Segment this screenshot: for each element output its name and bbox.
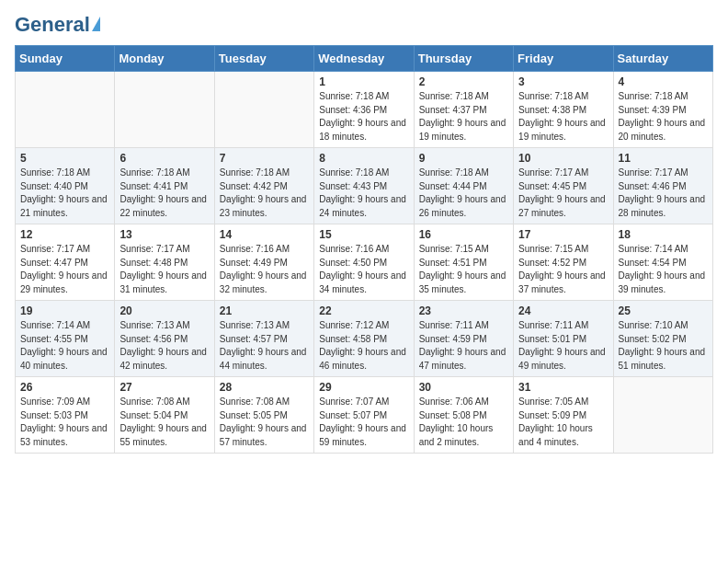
calendar-cell: 14Sunrise: 7:16 AMSunset: 4:49 PMDayligh…: [214, 224, 313, 301]
calendar-cell: 31Sunrise: 7:05 AMSunset: 5:09 PMDayligh…: [514, 377, 613, 454]
day-number: 10: [518, 152, 608, 165]
calendar-cell: 22Sunrise: 7:12 AMSunset: 4:58 PMDayligh…: [314, 301, 414, 377]
day-number: 29: [319, 381, 408, 394]
day-number: 14: [220, 228, 309, 241]
day-number: 27: [119, 381, 209, 394]
calendar-week-row: 5Sunrise: 7:18 AMSunset: 4:40 PMDaylight…: [16, 148, 713, 224]
day-number: 11: [619, 152, 708, 165]
day-info: Sunrise: 7:16 AMSunset: 4:49 PMDaylight:…: [220, 243, 309, 296]
day-info: Sunrise: 7:10 AMSunset: 5:02 PMDaylight:…: [619, 319, 708, 373]
day-info: Sunrise: 7:18 AMSunset: 4:36 PMDaylight:…: [319, 90, 408, 144]
day-number: 20: [119, 304, 209, 317]
calendar-week-row: 12Sunrise: 7:17 AMSunset: 4:47 PMDayligh…: [16, 224, 713, 301]
weekday-header: Wednesday: [314, 46, 414, 72]
day-number: 17: [518, 228, 608, 241]
calendar-week-row: 26Sunrise: 7:09 AMSunset: 5:03 PMDayligh…: [16, 377, 713, 454]
day-info: Sunrise: 7:18 AMSunset: 4:41 PMDaylight:…: [119, 167, 209, 220]
day-number: 12: [20, 228, 109, 241]
day-info: Sunrise: 7:18 AMSunset: 4:43 PMDaylight:…: [319, 167, 408, 220]
calendar-cell: 2Sunrise: 7:18 AMSunset: 4:37 PMDaylight…: [414, 72, 513, 148]
day-info: Sunrise: 7:15 AMSunset: 4:52 PMDaylight:…: [518, 243, 608, 296]
day-info: Sunrise: 7:16 AMSunset: 4:50 PMDaylight:…: [319, 243, 408, 296]
calendar-cell: 15Sunrise: 7:16 AMSunset: 4:50 PMDayligh…: [314, 224, 414, 301]
day-number: 30: [419, 381, 508, 394]
day-number: 28: [220, 381, 309, 394]
day-info: Sunrise: 7:08 AMSunset: 5:05 PMDaylight:…: [220, 396, 309, 449]
day-number: 19: [20, 304, 109, 317]
day-number: 26: [20, 381, 109, 394]
day-number: 22: [319, 304, 408, 317]
day-info: Sunrise: 7:18 AMSunset: 4:38 PMDaylight:…: [518, 90, 608, 144]
day-info: Sunrise: 7:18 AMSunset: 4:44 PMDaylight:…: [419, 167, 508, 220]
day-number: 24: [518, 304, 608, 317]
day-info: Sunrise: 7:18 AMSunset: 4:40 PMDaylight:…: [20, 167, 109, 220]
calendar-cell: [115, 72, 214, 148]
day-number: 8: [319, 152, 408, 165]
day-info: Sunrise: 7:17 AMSunset: 4:47 PMDaylight:…: [20, 243, 109, 296]
day-info: Sunrise: 7:12 AMSunset: 4:58 PMDaylight:…: [319, 319, 408, 373]
weekday-header: Saturday: [613, 46, 712, 72]
day-number: 1: [319, 75, 408, 88]
day-info: Sunrise: 7:18 AMSunset: 4:39 PMDaylight:…: [619, 90, 708, 144]
logo-general: General: [15, 15, 90, 35]
calendar-cell: 20Sunrise: 7:13 AMSunset: 4:56 PMDayligh…: [115, 301, 214, 377]
day-info: Sunrise: 7:13 AMSunset: 4:56 PMDaylight:…: [119, 319, 209, 373]
calendar-cell: 29Sunrise: 7:07 AMSunset: 5:07 PMDayligh…: [314, 377, 414, 454]
day-number: 23: [419, 304, 508, 317]
calendar-cell: [214, 72, 313, 148]
day-number: 9: [419, 152, 508, 165]
day-number: 6: [119, 152, 209, 165]
calendar-cell: 11Sunrise: 7:17 AMSunset: 4:46 PMDayligh…: [613, 148, 712, 224]
calendar-cell: 27Sunrise: 7:08 AMSunset: 5:04 PMDayligh…: [115, 377, 214, 454]
day-info: Sunrise: 7:13 AMSunset: 4:57 PMDaylight:…: [220, 319, 309, 373]
calendar-cell: 19Sunrise: 7:14 AMSunset: 4:55 PMDayligh…: [16, 301, 115, 377]
calendar-cell: 4Sunrise: 7:18 AMSunset: 4:39 PMDaylight…: [613, 72, 712, 148]
calendar-week-row: 19Sunrise: 7:14 AMSunset: 4:55 PMDayligh…: [16, 301, 713, 377]
day-info: Sunrise: 7:07 AMSunset: 5:07 PMDaylight:…: [319, 396, 408, 449]
day-number: 25: [619, 304, 708, 317]
calendar-cell: 1Sunrise: 7:18 AMSunset: 4:36 PMDaylight…: [314, 72, 414, 148]
day-info: Sunrise: 7:08 AMSunset: 5:04 PMDaylight:…: [119, 396, 209, 449]
weekday-header: Monday: [115, 46, 214, 72]
calendar-table: SundayMondayTuesdayWednesdayThursdayFrid…: [15, 45, 713, 454]
calendar-cell: 5Sunrise: 7:18 AMSunset: 4:40 PMDaylight…: [16, 148, 115, 224]
day-info: Sunrise: 7:17 AMSunset: 4:46 PMDaylight:…: [619, 167, 708, 220]
calendar-cell: 25Sunrise: 7:10 AMSunset: 5:02 PMDayligh…: [613, 301, 712, 377]
calendar-cell: 6Sunrise: 7:18 AMSunset: 4:41 PMDaylight…: [115, 148, 214, 224]
calendar-cell: 30Sunrise: 7:06 AMSunset: 5:08 PMDayligh…: [414, 377, 513, 454]
day-info: Sunrise: 7:05 AMSunset: 5:09 PMDaylight:…: [518, 396, 608, 449]
page-header: General: [15, 15, 713, 36]
day-info: Sunrise: 7:14 AMSunset: 4:54 PMDaylight:…: [619, 243, 708, 296]
calendar-week-row: 1Sunrise: 7:18 AMSunset: 4:36 PMDaylight…: [16, 72, 713, 148]
calendar-cell: [613, 377, 712, 454]
day-number: 21: [220, 304, 309, 317]
calendar-cell: 9Sunrise: 7:18 AMSunset: 4:44 PMDaylight…: [414, 148, 513, 224]
day-info: Sunrise: 7:17 AMSunset: 4:48 PMDaylight:…: [119, 243, 209, 296]
calendar-cell: 12Sunrise: 7:17 AMSunset: 4:47 PMDayligh…: [16, 224, 115, 301]
calendar-cell: [16, 72, 115, 148]
weekday-header: Tuesday: [214, 46, 313, 72]
calendar-cell: 16Sunrise: 7:15 AMSunset: 4:51 PMDayligh…: [414, 224, 513, 301]
day-number: 3: [518, 75, 608, 88]
calendar-cell: 23Sunrise: 7:11 AMSunset: 4:59 PMDayligh…: [414, 301, 513, 377]
day-info: Sunrise: 7:18 AMSunset: 4:37 PMDaylight:…: [419, 90, 508, 144]
day-info: Sunrise: 7:11 AMSunset: 4:59 PMDaylight:…: [419, 319, 508, 373]
day-info: Sunrise: 7:14 AMSunset: 4:55 PMDaylight:…: [20, 319, 109, 373]
calendar-cell: 18Sunrise: 7:14 AMSunset: 4:54 PMDayligh…: [613, 224, 712, 301]
calendar-cell: 3Sunrise: 7:18 AMSunset: 4:38 PMDaylight…: [514, 72, 613, 148]
day-number: 5: [20, 152, 109, 165]
calendar-cell: 24Sunrise: 7:11 AMSunset: 5:01 PMDayligh…: [514, 301, 613, 377]
day-info: Sunrise: 7:11 AMSunset: 5:01 PMDaylight:…: [518, 319, 608, 373]
calendar-cell: 10Sunrise: 7:17 AMSunset: 4:45 PMDayligh…: [514, 148, 613, 224]
calendar-cell: 7Sunrise: 7:18 AMSunset: 4:42 PMDaylight…: [214, 148, 313, 224]
weekday-header: Friday: [514, 46, 613, 72]
calendar-header-row: SundayMondayTuesdayWednesdayThursdayFrid…: [16, 46, 713, 72]
calendar-cell: 13Sunrise: 7:17 AMSunset: 4:48 PMDayligh…: [115, 224, 214, 301]
weekday-header: Sunday: [16, 46, 115, 72]
day-number: 7: [220, 152, 309, 165]
day-info: Sunrise: 7:15 AMSunset: 4:51 PMDaylight:…: [419, 243, 508, 296]
day-number: 13: [119, 228, 209, 241]
calendar-cell: 17Sunrise: 7:15 AMSunset: 4:52 PMDayligh…: [514, 224, 613, 301]
day-number: 16: [419, 228, 508, 241]
day-number: 18: [619, 228, 708, 241]
